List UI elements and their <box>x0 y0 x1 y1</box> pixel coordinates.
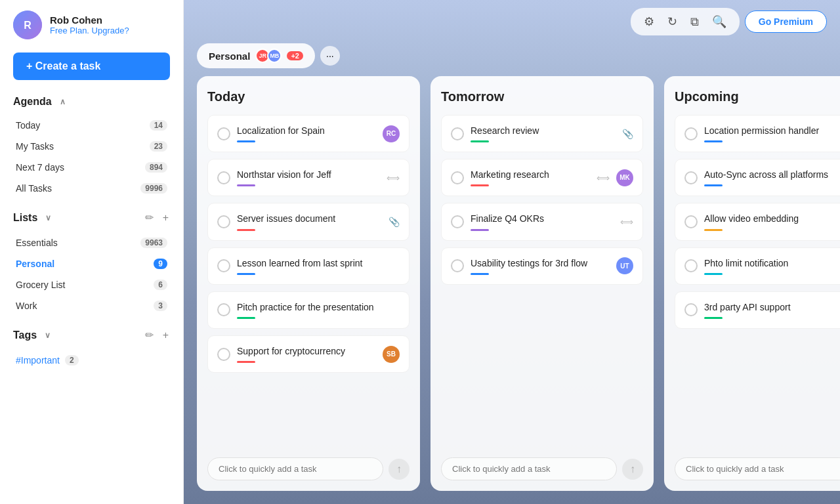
create-task-button[interactable]: + Create a task <box>13 52 170 80</box>
sidebar-item-essentials[interactable]: Essentials 9963 <box>13 233 170 253</box>
sidebar-item-work[interactable]: Work 3 <box>13 296 170 316</box>
task-checkbox[interactable] <box>684 215 698 228</box>
lists-nav: Essentials 9963 Personal 9 Grocery List … <box>13 233 170 317</box>
today-column: Today Localization for Spain RC Northsta… <box>197 76 420 491</box>
sidebar-item-grocery[interactable]: Grocery List 6 <box>13 275 170 295</box>
task-title: Server issues document <box>237 213 382 224</box>
profile-plan: Free Plan. Upgrade? <box>50 26 129 35</box>
go-premium-button[interactable]: Go Premium <box>745 10 827 33</box>
task-tag-bar <box>237 273 255 275</box>
task-title: Allow video embedding <box>704 213 840 224</box>
add-task-input[interactable] <box>207 457 383 480</box>
task-link-icon: ⟺ <box>387 173 400 183</box>
table-row[interactable]: Support for cryptocurrency SB <box>207 335 410 373</box>
tab-avatar-2: MB <box>267 49 282 63</box>
add-task-submit-button[interactable]: ↑ <box>388 459 410 480</box>
task-tag-bar <box>471 229 489 231</box>
task-checkbox[interactable] <box>684 127 698 140</box>
table-row[interactable]: 3rd party API support 📎 <box>675 291 840 329</box>
table-row[interactable]: Localization for Spain RC <box>207 115 410 152</box>
task-checkbox[interactable] <box>451 127 464 140</box>
tab-more-button[interactable]: ··· <box>320 46 340 66</box>
tags-label[interactable]: Tags ∨ <box>13 329 51 341</box>
sidebar-item-today[interactable]: Today 14 <box>13 116 170 135</box>
task-checkbox[interactable] <box>451 259 464 272</box>
task-tag-bar <box>237 229 255 231</box>
table-row[interactable]: Pitch practice for the presentation <box>207 291 410 329</box>
attachment-icon: 📎 <box>388 217 400 227</box>
task-content: Usability testings for 3rd flow <box>471 257 610 275</box>
next-7-days-badge: 894 <box>145 162 167 173</box>
task-checkbox[interactable] <box>217 259 230 272</box>
sidebar-item-my-tasks[interactable]: My Tasks 23 <box>13 136 170 156</box>
task-tag-bar <box>704 140 723 142</box>
lists-label[interactable]: Lists ∨ <box>13 212 51 224</box>
task-title: Pitch practice for the presentation <box>237 301 400 313</box>
table-row[interactable]: Marketing research ⟺ MK <box>441 159 643 196</box>
task-checkbox[interactable] <box>451 171 464 184</box>
layers-icon[interactable]: ⧉ <box>685 12 704 32</box>
sidebar-item-all-tasks[interactable]: All Tasks 9996 <box>13 178 170 198</box>
task-checkbox[interactable] <box>217 127 230 140</box>
search-icon[interactable]: 🔍 <box>707 12 732 32</box>
task-checkbox[interactable] <box>217 303 230 316</box>
task-content: Research review <box>471 125 616 142</box>
table-row[interactable]: Usability testings for 3rd flow UT <box>441 247 643 285</box>
personal-badge: 9 <box>154 259 167 269</box>
table-row[interactable]: Server issues document 📎 <box>207 203 410 240</box>
lists-chevron-icon: ∨ <box>45 213 51 222</box>
table-row[interactable]: Research review 📎 <box>441 115 643 152</box>
sidebar-item-personal[interactable]: Personal 9 <box>13 254 170 274</box>
task-link-icon: ⟺ <box>620 217 633 227</box>
table-row[interactable]: Phto limit notification <box>675 247 840 285</box>
task-title: Phto limit notification <box>704 257 840 269</box>
table-row[interactable]: Location permission handler <box>675 115 840 152</box>
table-row[interactable]: Finalize Q4 OKRs ⟺ <box>441 203 643 240</box>
add-task-submit-button[interactable]: ↑ <box>622 459 643 480</box>
task-checkbox[interactable] <box>217 348 230 361</box>
agenda-section-header[interactable]: Agenda ∧ <box>13 96 170 108</box>
gear-icon[interactable]: ⚙ <box>639 12 660 32</box>
task-content: Phto limit notification <box>704 257 840 275</box>
today-column-title: Today <box>207 89 410 104</box>
tags-section-header: Tags ∨ ✏ + <box>13 327 170 343</box>
lists-actions: ✏ + <box>144 210 170 225</box>
essentials-badge: 9963 <box>140 238 167 248</box>
task-tag-bar <box>704 229 723 231</box>
lists-section-header: Lists ∨ ✏ + <box>13 210 170 225</box>
board-tabs: Personal JR MB +2 ··· <box>184 43 840 76</box>
task-checkbox[interactable] <box>451 215 464 228</box>
add-list-button[interactable]: + <box>161 210 170 225</box>
edit-lists-button[interactable]: ✏ <box>144 210 155 225</box>
task-checkbox[interactable] <box>684 303 698 316</box>
task-checkbox[interactable] <box>684 171 698 184</box>
task-content: Northstar vision for Jeff <box>237 169 380 186</box>
task-checkbox[interactable] <box>217 171 230 184</box>
task-content: Finalize Q4 OKRs <box>471 213 614 230</box>
task-avatar: RC <box>383 125 400 142</box>
task-tag-bar <box>471 140 489 142</box>
table-row[interactable]: Allow video embedding <box>675 203 840 240</box>
agenda-nav: Today 14 My Tasks 23 Next 7 days 894 All… <box>13 116 170 200</box>
refresh-icon[interactable]: ↻ <box>662 12 682 32</box>
profile-section: R Rob Cohen Free Plan. Upgrade? <box>13 10 170 39</box>
task-tag-bar <box>237 184 255 186</box>
task-content: Server issues document <box>237 213 382 230</box>
personal-tab[interactable]: Personal JR MB +2 <box>197 43 315 68</box>
grocery-badge: 6 <box>154 280 167 290</box>
attachment-icon: 📎 <box>622 129 633 139</box>
add-task-input[interactable] <box>675 457 840 480</box>
table-row[interactable]: Lesson learned from last sprint <box>207 247 410 285</box>
add-tag-button[interactable]: + <box>161 327 170 343</box>
task-checkbox[interactable] <box>684 259 698 272</box>
table-row[interactable]: Northstar vision for Jeff ⟺ <box>207 159 410 196</box>
task-checkbox[interactable] <box>217 215 230 228</box>
add-task-input[interactable] <box>441 457 617 480</box>
table-row[interactable]: Auto-Sync across all platforms <box>675 159 840 196</box>
sidebar-item-important[interactable]: #Important 2 <box>13 350 170 370</box>
edit-tags-button[interactable]: ✏ <box>144 327 155 343</box>
task-title: Finalize Q4 OKRs <box>471 213 614 224</box>
task-content: Support for cryptocurrency <box>237 345 376 363</box>
sidebar-item-next-7-days[interactable]: Next 7 days 894 <box>13 158 170 177</box>
task-tag-bar <box>704 184 723 186</box>
